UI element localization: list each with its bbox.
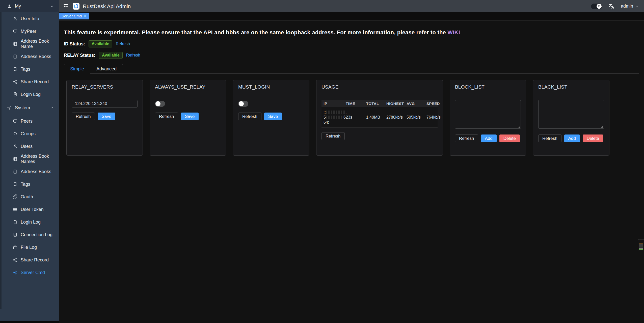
moon-icon <box>597 5 601 8</box>
ticket-icon <box>13 207 18 212</box>
sidebar-item-address-book-names[interactable]: Address Book Names <box>0 153 59 165</box>
sidebar: My User Info MyPeer Address Book Name Ad… <box>0 0 59 321</box>
tab-advanced[interactable]: Advanced <box>90 64 123 73</box>
sidebar-item-mypeer[interactable]: MyPeer <box>0 25 59 38</box>
sidebar-item-user-token[interactable]: User Token <box>0 203 59 216</box>
card-usage: USAGE IP TIME TOTAL HIGHEST AVG SPEED ::… <box>316 80 443 156</box>
button-row: Refresh Save <box>155 113 221 120</box>
sidebar-item-label: Tags <box>21 182 30 187</box>
delete-button[interactable]: Delete <box>583 134 603 142</box>
sidebar-item-users[interactable]: Users <box>0 140 59 153</box>
sidebar-item-address-book-name[interactable]: Address Book Name <box>0 38 59 50</box>
sidebar-item-peers[interactable]: Peers <box>0 115 59 127</box>
col-time: TIME <box>344 101 364 106</box>
ip-text: 64: <box>324 120 344 125</box>
always-use-relay-toggle[interactable] <box>155 101 165 107</box>
sidebar-item-address-books[interactable]: Address Books <box>0 50 59 63</box>
col-avg: AVG <box>405 101 424 106</box>
sidebar-item-tags-sys[interactable]: Tags <box>0 178 59 191</box>
block-list-textarea[interactable] <box>455 100 521 129</box>
sidebar-section-system[interactable]: System <box>0 101 59 115</box>
button-row: Refresh Save <box>238 113 304 120</box>
button-row: Refresh Save <box>72 113 138 120</box>
sidebar-item-oauth[interactable]: Oauth <box>0 191 59 203</box>
sidebar-item-address-books-sys[interactable]: Address Books <box>0 165 59 178</box>
toggle-knob <box>239 101 244 106</box>
save-button[interactable]: Save <box>181 113 199 120</box>
refresh-button[interactable]: Refresh <box>72 113 95 120</box>
sidebar-item-label: Server Cmd <box>21 270 45 275</box>
sidebar-item-server-cmd[interactable]: Server Cmd <box>0 266 59 279</box>
cell-avg: 505kb/s <box>405 110 424 125</box>
add-button[interactable]: Add <box>564 134 580 142</box>
card-header: MUST_LOGIN <box>233 80 309 94</box>
sidebar-item-share-record[interactable]: Share Record <box>0 75 59 88</box>
refresh-button[interactable]: Refresh <box>155 113 178 120</box>
black-list-textarea[interactable] <box>538 100 604 129</box>
dark-mode-toggle[interactable] <box>591 3 602 9</box>
save-button[interactable]: Save <box>264 113 282 120</box>
usage-table: IP TIME TOTAL HIGHEST AVG SPEED ::. 56 6… <box>321 100 438 128</box>
settings-cards: RELAY_SERVERS Refresh Save ALWAYS_USE_RE… <box>64 80 639 156</box>
sidebar-item-label: Address Book Name <box>21 39 59 49</box>
card-title: RELAY_SERVERS <box>72 84 113 90</box>
add-button[interactable]: Add <box>481 134 497 142</box>
open-tabs-strip: Server Cmd × <box>59 12 644 21</box>
edge-widget[interactable] <box>638 239 644 251</box>
app-title: RustDesk Api Admin <box>83 3 131 9</box>
relay-status-refresh-link[interactable]: Refresh <box>126 53 140 58</box>
sidebar-item-share-record-sys[interactable]: Share Record <box>0 254 59 266</box>
sidebar-section-my[interactable]: My <box>0 0 59 12</box>
sidebar-item-file-log[interactable]: File Log <box>0 241 59 254</box>
id-status-label: ID Status: <box>64 41 85 47</box>
sidebar-item-login-log-sys[interactable]: Login Log <box>0 216 59 228</box>
sidebar-item-tags[interactable]: Tags <box>0 63 59 75</box>
must-login-toggle[interactable] <box>238 101 248 107</box>
chevron-down-icon <box>635 4 639 8</box>
card-title: ALWAYS_USE_RELAY <box>155 84 205 90</box>
user-menu[interactable]: admin <box>621 4 639 9</box>
sidebar-item-label: Peers <box>21 119 33 124</box>
sidebar-item-label: Users <box>21 144 33 149</box>
share-icon <box>13 257 18 262</box>
experimental-warning: This feature is experimental. Please ens… <box>64 29 639 36</box>
card-block-list: BLOCK_LIST Refresh Add Delete <box>450 80 526 156</box>
relay-status-label: RELAY Status: <box>64 53 95 58</box>
fold-menu-icon[interactable] <box>63 3 69 9</box>
mode-tabs: Simple Advanced <box>64 64 639 74</box>
relay-servers-input[interactable] <box>72 100 138 107</box>
refresh-button[interactable]: Refresh <box>238 113 261 120</box>
card-title: USAGE <box>321 84 339 90</box>
card-title: MUST_LOGIN <box>238 84 270 90</box>
id-status-refresh-link[interactable]: Refresh <box>116 42 130 46</box>
delete-button[interactable]: Delete <box>499 134 520 142</box>
address-book-icon <box>13 169 18 174</box>
sidebar-item-login-log-my[interactable]: Login Log <box>0 88 59 101</box>
tab-server-cmd[interactable]: Server Cmd × <box>59 13 89 19</box>
wiki-link[interactable]: WIKI <box>447 29 460 36</box>
sidebar-item-groups[interactable]: Groups <box>0 127 59 140</box>
relay-status-badge: Available <box>99 52 123 59</box>
tab-simple[interactable]: Simple <box>64 64 90 74</box>
usage-table-row: ::. 56 64: 23s 1.40MB 2780kb/s 505kb/s 7… <box>321 107 438 128</box>
card-body: Refresh Save <box>67 94 143 126</box>
translate-icon[interactable] <box>608 3 615 9</box>
sidebar-item-user-info[interactable]: User Info <box>0 12 59 25</box>
cell-speed: 764kb/s <box>424 110 441 125</box>
refresh-button[interactable]: Refresh <box>455 134 478 142</box>
sidebar-item-connection-log[interactable]: Connection Log <box>0 228 59 241</box>
sidebar-item-label: MyPeer <box>21 29 36 34</box>
sidebar-item-label: Share Record <box>21 257 49 263</box>
gear-icon <box>7 105 12 110</box>
refresh-button[interactable]: Refresh <box>538 134 561 142</box>
refresh-button[interactable]: Refresh <box>321 132 345 140</box>
card-black-list: BLACK_LIST Refresh Add Delete <box>533 80 609 156</box>
close-icon[interactable]: × <box>84 14 86 18</box>
card-header: BLACK_LIST <box>533 80 609 94</box>
sidebar-item-label: Oauth <box>21 194 33 200</box>
clipboard-icon <box>13 220 18 225</box>
ip-text: 5 <box>324 115 326 119</box>
card-relay-servers: RELAY_SERVERS Refresh Save <box>66 80 143 156</box>
id-status-row: ID Status: Available Refresh <box>64 40 639 47</box>
save-button[interactable]: Save <box>98 113 116 120</box>
